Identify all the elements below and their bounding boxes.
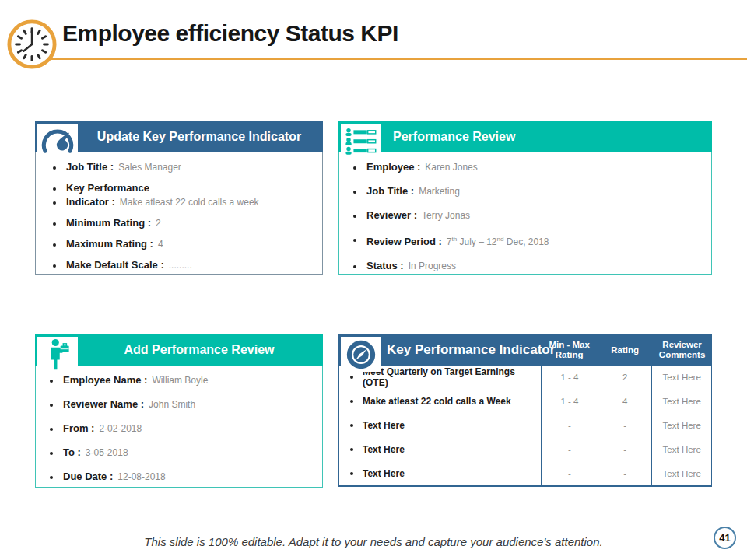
list-item: Reviewer :Terry Jonas (344, 208, 707, 222)
bullet-icon (50, 380, 53, 383)
bullet-icon (353, 166, 356, 170)
panel-performance-review: Performance Review Employee :Karen Jones… (338, 121, 712, 275)
bullet-icon (50, 428, 53, 431)
column-header-rating: Rating (598, 334, 652, 366)
bullet-icon (50, 476, 53, 479)
list-item: Minimum Rating :2 (40, 216, 317, 230)
bullet-icon (53, 243, 56, 247)
panel-add-performance-review-header: Add Performance Review (35, 334, 323, 366)
bullet-icon (353, 191, 356, 194)
table-row: Meet Quarterly on Target Earnings (OTE) … (339, 366, 711, 390)
bullet-icon (53, 222, 56, 226)
bullet-icon (53, 264, 56, 268)
panel-add-performance-review-body: Employee Name :William Boyle Reviewer Na… (35, 366, 323, 488)
person-briefcase-icon (37, 337, 78, 372)
panel-title: Key Performance Indicator (387, 342, 555, 358)
table-row: Text Here - - Text Here (339, 437, 711, 461)
panel-update-kpi: Update Key Performance Indicator Job Tit… (35, 121, 323, 275)
bullet-icon (53, 187, 56, 191)
panel-update-kpi-body: Job Title :Sales Manager Key Performance… (35, 152, 323, 275)
kpi-table-header: Key Performance Indicator Min - Max Rati… (338, 334, 712, 366)
list-item: Job Title :Marketing (344, 184, 707, 198)
bullet-icon (53, 166, 56, 170)
list-item: Indicator :Make atleast 22 cold calls a … (40, 195, 317, 209)
bullet-icon (350, 400, 353, 403)
list-item: Due Date :12-08-2018 (40, 470, 317, 484)
list-item: Employee :Karen Jones (344, 160, 707, 174)
update-kpi-list: Job Title :Sales Manager Key Performance… (36, 152, 322, 272)
bullet-icon (353, 215, 356, 218)
kpi-table-body: Meet Quarterly on Target Earnings (OTE) … (338, 366, 712, 487)
list-item: From :2-02-2018 (40, 422, 317, 436)
bullet-icon (50, 452, 53, 455)
list-item: Reviewer Name :John Smith (40, 397, 317, 411)
gauge-icon (37, 124, 78, 159)
bullet-icon (350, 472, 353, 475)
bullet-icon (353, 265, 356, 268)
list-item: To :3-05-2018 (40, 446, 317, 460)
panel-title: Update Key Performance Indicator (35, 130, 323, 144)
compass-icon (341, 337, 381, 372)
table-row: Text Here - - Text Here (339, 414, 711, 438)
list-item: Status :In Progress (344, 259, 707, 273)
panel-performance-review-body: Employee :Karen Jones Job Title :Marketi… (338, 152, 712, 275)
page-title: Employee efficiency Status KPI (62, 20, 398, 47)
bullet-icon (353, 239, 356, 242)
panel-add-performance-review: Add Performance Review Employee Name :Wi… (35, 334, 323, 488)
bullet-icon (50, 404, 53, 407)
column-header-min-max: Min - Max Rating (541, 334, 598, 366)
panel-update-kpi-header: Update Key Performance Indicator (35, 121, 323, 152)
footer-note: This slide is 100% editable. Adapt it to… (0, 535, 747, 548)
table-row: Make atleast 22 cold calls a Week 1 - 4 … (339, 390, 711, 414)
panel-performance-review-header: Performance Review (338, 121, 712, 152)
add-performance-review-list: Employee Name :William Boyle Reviewer Na… (36, 366, 322, 484)
review-period-value: 7th July – 12nd Dec, 2018 (447, 233, 549, 249)
page-number-badge: 41 (714, 527, 736, 549)
bullet-icon (350, 448, 353, 451)
list-item: Employee Name :William Boyle (40, 373, 317, 387)
clock-icon (6, 19, 58, 70)
column-header-comments: Reviewer Comments (652, 334, 712, 366)
list-item: Review Period :7th July – 12nd Dec, 2018 (344, 233, 707, 249)
performance-review-list: Employee :Karen Jones Job Title :Marketi… (339, 152, 711, 273)
list-item: Job Title :Sales Manager (40, 160, 317, 174)
bullet-icon (350, 376, 353, 379)
bullet-icon (53, 201, 56, 205)
panel-title: Add Performance Review (35, 343, 323, 357)
slide: Employee efficiency Status KPI Update Ke… (0, 0, 747, 560)
bullet-icon (350, 424, 353, 427)
title-underline (34, 58, 747, 60)
table-row: Text Here - - Text Here (339, 461, 711, 485)
people-list-icon (341, 124, 381, 159)
list-item: Key Performance (40, 181, 317, 195)
list-item: Make Default Scale :......... (40, 258, 317, 272)
list-item: Maximum Rating :4 (40, 237, 317, 251)
panel-kpi-table: Key Performance Indicator Min - Max Rati… (338, 334, 712, 488)
